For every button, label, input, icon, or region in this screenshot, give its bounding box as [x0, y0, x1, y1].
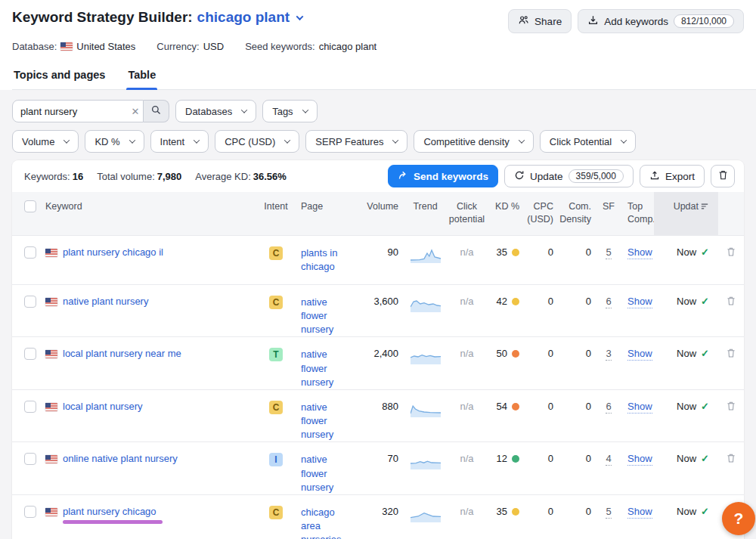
trend-cell [404, 390, 446, 442]
col-top-comp[interactable]: Top Comp. [620, 192, 654, 235]
top-comp-link[interactable]: Show [627, 246, 652, 259]
share-button[interactable]: Share [508, 9, 572, 33]
page-link[interactable]: plants in chicago [301, 247, 337, 272]
row-delete-button[interactable] [718, 390, 744, 442]
intent-badge[interactable]: C [269, 401, 283, 414]
top-comp-link[interactable]: Show [627, 401, 652, 414]
top-comp-link[interactable]: Show [627, 453, 652, 466]
sort-icon [700, 201, 709, 214]
keyword-link[interactable]: native plant nursery [63, 296, 148, 307]
sf-link[interactable]: 4 [606, 453, 611, 466]
top-comp-link[interactable]: Show [627, 506, 652, 519]
tab-topics-and-pages[interactable]: Topics and pages [12, 66, 107, 89]
col-click-potential[interactable]: Click potential [446, 192, 488, 235]
col-com-density[interactable]: Com. Density [559, 192, 597, 235]
sf-link[interactable]: 5 [606, 506, 611, 519]
kd-cell: 42 [488, 285, 525, 337]
table-row: online native plant nursery I native flo… [12, 441, 744, 494]
row-delete-button[interactable] [718, 442, 744, 494]
send-keywords-button[interactable]: Send keywords [388, 165, 498, 187]
intent-badge[interactable]: T [269, 348, 283, 361]
kd-filter[interactable]: KD % [85, 130, 144, 153]
tags-filter[interactable]: Tags [262, 100, 317, 122]
project-name[interactable]: chicago plant [197, 9, 290, 26]
delete-all-button[interactable] [711, 165, 735, 187]
tab-table[interactable]: Table [126, 66, 157, 89]
chevron-down-icon[interactable] [296, 13, 304, 20]
col-volume[interactable]: Volume [363, 192, 404, 235]
top-comp-link[interactable]: Show [627, 296, 652, 308]
cpc-filter[interactable]: CPC (USD) [215, 130, 299, 153]
cpc-value: 0 [525, 285, 559, 337]
keyword-link[interactable]: online native plant nursery [63, 453, 178, 464]
serp-features-filter[interactable]: SERP Features [305, 130, 407, 153]
keyword-link[interactable]: local plant nursery [63, 401, 143, 412]
page-link[interactable]: native flower nursery [301, 454, 333, 492]
col-update[interactable]: Updat [654, 192, 718, 235]
col-sf[interactable]: SF [597, 192, 620, 235]
col-keyword[interactable]: Keyword [42, 192, 261, 235]
update-value: Now [677, 348, 696, 359]
row-checkbox[interactable] [24, 246, 36, 259]
databases-filter[interactable]: Databases [175, 100, 256, 122]
update-cell[interactable]: Now✓ [654, 236, 718, 284]
send-keywords-label: Send keywords [414, 171, 488, 182]
intent-badge[interactable]: C [269, 506, 283, 519]
sf-link[interactable]: 3 [606, 348, 611, 361]
clear-search-icon[interactable]: ✕ [127, 100, 144, 122]
page-link[interactable]: native flower nursery [301, 348, 333, 387]
search-input[interactable] [12, 100, 144, 122]
serp-features-filter-label: SERP Features [315, 136, 383, 147]
sf-link[interactable]: 6 [606, 296, 611, 308]
keyword-link[interactable]: plant nursery chicago [63, 506, 156, 517]
update-cell[interactable]: Now✓ [654, 442, 718, 494]
page-link[interactable]: native flower nursery [301, 296, 333, 335]
intent-badge[interactable]: I [269, 453, 283, 466]
chevron-down-icon [519, 137, 525, 143]
update-button[interactable]: Update 359/5,000 [504, 165, 634, 187]
add-keywords-label: Add keywords [604, 16, 668, 27]
col-trend[interactable]: Trend [404, 192, 446, 235]
add-keywords-button[interactable]: Add keywords 812/10,000 [578, 9, 744, 33]
col-kd[interactable]: KD % [488, 192, 525, 235]
sf-link[interactable]: 6 [606, 401, 611, 414]
row-checkbox[interactable] [24, 401, 36, 413]
select-all-checkbox[interactable] [24, 200, 36, 212]
volume-filter[interactable]: Volume [12, 130, 79, 153]
sf-link[interactable]: 5 [606, 246, 611, 259]
export-button[interactable]: Export [640, 165, 705, 187]
top-comp-link[interactable]: Show [627, 348, 652, 361]
trash-icon [726, 248, 736, 259]
col-intent[interactable]: Intent [261, 192, 291, 235]
search-button[interactable] [144, 100, 169, 122]
keyword-link[interactable]: local plant nursery near me [63, 348, 181, 359]
kd-dot-icon [512, 298, 519, 305]
update-cell[interactable]: Now✓ [654, 337, 718, 389]
competitive-density-filter[interactable]: Competitive density [414, 130, 533, 153]
update-cell[interactable]: Now✓ [654, 495, 718, 539]
row-checkbox[interactable] [24, 506, 36, 518]
volume-value: 2,400 [363, 337, 404, 389]
click-potential-filter[interactable]: Click Potential [540, 130, 636, 153]
kd-value: 12 [497, 453, 507, 464]
com-density-value: 0 [559, 285, 597, 337]
update-cell[interactable]: Now✓ [654, 285, 718, 337]
page-link[interactable]: native flower nursery [301, 401, 333, 440]
intent-badge[interactable]: C [269, 296, 283, 309]
row-delete-button[interactable] [718, 337, 744, 389]
row-delete-button[interactable] [718, 236, 744, 284]
intent-badge[interactable]: C [269, 246, 283, 260]
keyword-link[interactable]: plant nursery chicago il [63, 246, 163, 258]
page-link[interactable]: chicago area nurseries [301, 506, 341, 539]
col-page[interactable]: Page [291, 192, 363, 235]
intent-filter[interactable]: Intent [150, 130, 209, 153]
update-cell[interactable]: Now✓ [654, 390, 718, 442]
row-checkbox[interactable] [24, 296, 36, 308]
row-delete-button[interactable] [718, 285, 744, 337]
help-button[interactable]: ? [722, 502, 755, 535]
check-icon: ✓ [701, 401, 709, 412]
row-checkbox[interactable] [24, 348, 36, 360]
col-cpc[interactable]: CPC (USD) [525, 192, 559, 235]
export-button-label: Export [665, 171, 695, 182]
row-checkbox[interactable] [24, 453, 36, 465]
